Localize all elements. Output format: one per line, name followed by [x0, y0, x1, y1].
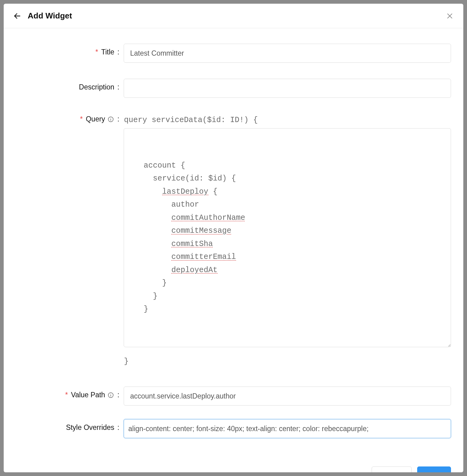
description-label: Description : [16, 79, 124, 91]
info-circle-icon[interactable] [108, 116, 114, 122]
close-icon[interactable] [445, 12, 454, 20]
code-line: } [134, 290, 440, 303]
description-row: Description : [16, 79, 451, 98]
code-line: commitMessage [134, 224, 440, 238]
info-circle-icon[interactable] [108, 392, 114, 398]
query-row: * Query : query serviceData($id: ID!) { … [16, 114, 451, 368]
value-path-input[interactable] [124, 387, 451, 406]
description-input[interactable] [124, 79, 451, 98]
required-asterisk: * [95, 48, 98, 56]
resize-handle-icon [445, 341, 450, 346]
back-arrow-icon[interactable] [13, 12, 22, 20]
style-overrides-row: Style Overrides : [16, 419, 451, 438]
required-asterisk: * [65, 391, 68, 399]
code-line: service(id: $id) { [134, 172, 440, 185]
code-line: author [134, 198, 440, 212]
required-asterisk: * [80, 115, 83, 123]
value-path-label: * Value Path : [16, 387, 124, 399]
svg-point-5 [110, 118, 111, 118]
title-row: * Title : [16, 44, 451, 63]
code-line: } [134, 277, 440, 290]
code-line: committerEmail [134, 251, 440, 264]
code-line: deployedAt [134, 264, 440, 277]
save-button[interactable]: Save [417, 466, 451, 472]
code-line: account { [134, 159, 440, 173]
code-line: commitSha [134, 238, 440, 251]
form-body: * Title : Description : * Query [4, 28, 463, 463]
query-header-line: query serviceData($id: ID!) { [124, 114, 451, 127]
query-footer-line: } [124, 355, 451, 368]
title-input[interactable] [124, 44, 451, 63]
modal-header: Add Widget [4, 4, 463, 28]
query-textarea[interactable]: account { service(id: $id) { lastDeploy … [124, 128, 451, 347]
add-widget-modal: Add Widget * Title : Description : [4, 4, 463, 472]
query-label: * Query : [16, 114, 124, 123]
modal-footer: Cancel Save [4, 463, 463, 472]
value-path-row: * Value Path : [16, 387, 451, 406]
svg-point-11 [110, 394, 111, 394]
code-line: lastDeploy { [134, 185, 440, 199]
style-overrides-label: Style Overrides : [16, 419, 124, 432]
title-label: * Title : [16, 44, 124, 56]
style-overrides-input[interactable] [124, 419, 451, 438]
cancel-button[interactable]: Cancel [372, 466, 412, 472]
modal-title: Add Widget [28, 11, 72, 21]
code-line: commitAuthorName [134, 212, 440, 225]
code-line: } [134, 303, 440, 316]
